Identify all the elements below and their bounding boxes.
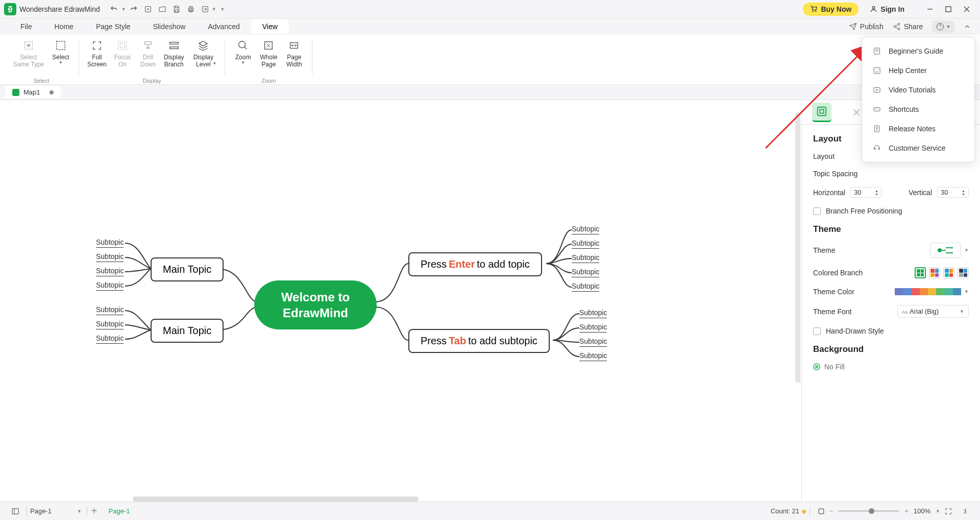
share-button[interactable]: Share — [893, 22, 923, 31]
vertical-spinner[interactable]: 30▲▼ — [937, 187, 969, 198]
fullscreen-button[interactable] — [940, 505, 957, 517]
colored-branch-opt-2[interactable] — [929, 267, 940, 278]
zoom-slider[interactable] — [838, 510, 899, 512]
publish-icon — [849, 22, 857, 31]
display-level-button[interactable]: Display Level ▼ — [187, 38, 219, 69]
horizontal-scrollbar[interactable] — [133, 497, 419, 502]
help-shortcuts[interactable]: Shortcuts — [862, 100, 974, 119]
branch-free-checkbox[interactable] — [813, 207, 821, 215]
central-topic[interactable]: Welcome toEdrawMind — [254, 280, 377, 329]
page-selector[interactable]: Page-1 ▼ — [30, 507, 87, 515]
display-branch-button[interactable]: Display Branch — [161, 38, 187, 69]
main-topic-1[interactable]: Main Topic — [151, 257, 224, 281]
outline-toggle[interactable] — [7, 505, 23, 517]
colored-branch-opt-3[interactable] — [943, 267, 954, 278]
redo-button[interactable] — [127, 3, 140, 16]
print-button[interactable] — [184, 3, 198, 16]
menu-home[interactable]: Home — [43, 19, 85, 34]
subtopic[interactable]: Subtopic — [96, 251, 124, 262]
theme-color-strip[interactable] — [895, 288, 961, 295]
zoom-button[interactable]: Zoom ▼ — [230, 38, 256, 69]
theme-preview[interactable] — [930, 243, 961, 258]
menu-page-style[interactable]: Page Style — [85, 19, 142, 34]
buy-now-button[interactable]: Buy Now — [803, 3, 859, 16]
panel-toggle[interactable] — [957, 505, 973, 517]
help-dropdown: Beginner's Guide Help Center Video Tutor… — [862, 37, 975, 162]
select-same-type-button: Select Same Type — [9, 38, 48, 69]
fit-page-button[interactable] — [813, 505, 829, 517]
user-icon — [870, 5, 877, 13]
subtopic[interactable]: Subtopic — [96, 333, 124, 344]
subtopic[interactable]: Subtopic — [572, 224, 599, 234]
colored-branch-opt-1[interactable] — [915, 267, 926, 278]
svg-point-7 — [898, 23, 900, 25]
subtopic[interactable]: Subtopic — [572, 238, 599, 249]
horizontal-spinner[interactable]: 30▲▼ — [850, 187, 882, 198]
add-page-button[interactable]: + — [87, 503, 102, 519]
guide-icon — [872, 46, 881, 56]
select-button[interactable]: Select ▼ — [48, 38, 74, 69]
collapse-ribbon-button[interactable] — [964, 23, 971, 30]
maximize-button[interactable] — [939, 2, 958, 16]
whole-page-button[interactable]: Whole Page — [256, 38, 281, 69]
help-center[interactable]: Help Center — [862, 61, 974, 80]
side-tab-layout[interactable] — [812, 103, 831, 122]
vertical-scrollbar[interactable] — [795, 112, 800, 383]
sign-in-button[interactable]: Sign In — [864, 3, 911, 16]
new-button[interactable] — [141, 3, 155, 16]
theme-font-label: Theme Font — [813, 308, 851, 316]
subtopic[interactable]: Subtopic — [572, 252, 599, 263]
menu-advanced[interactable]: Advanced — [197, 19, 251, 34]
help-button[interactable]: ▼ — [932, 20, 954, 33]
subtopic[interactable]: Subtopic — [96, 237, 124, 248]
subtopic[interactable]: Subtopic — [579, 322, 607, 333]
menu-slideshow[interactable]: Slideshow — [142, 19, 197, 34]
help-release-notes[interactable]: Release Notes — [862, 119, 974, 138]
app-logo — [4, 3, 16, 15]
page-link[interactable]: Page-1 — [109, 507, 130, 515]
doc-icon — [12, 89, 19, 96]
svg-rect-1 — [188, 8, 193, 11]
help-beginners-guide[interactable]: Beginner's Guide — [862, 41, 974, 61]
cart-icon — [810, 5, 818, 13]
zoom-label: 100% — [914, 507, 930, 515]
main-topic-2[interactable]: Main Topic — [151, 319, 224, 343]
subtopic[interactable]: Subtopic — [96, 266, 124, 276]
svg-rect-17 — [169, 42, 178, 44]
colored-branch-opt-4[interactable] — [958, 267, 969, 278]
hand-drawn-checkbox[interactable] — [813, 327, 821, 335]
page-width-button[interactable]: Page Width — [281, 38, 307, 69]
open-button[interactable] — [156, 3, 169, 16]
full-screen-button[interactable]: Full Screen — [84, 38, 110, 69]
close-button[interactable] — [958, 2, 976, 16]
section-theme-title: Theme — [813, 224, 969, 234]
press-enter-topic[interactable]: Press Enter to add topic — [408, 252, 542, 276]
help-customer-service[interactable]: Customer Service — [862, 138, 974, 158]
subtopic[interactable]: Subtopic — [579, 308, 607, 318]
subtopic[interactable]: Subtopic — [579, 336, 607, 347]
subtopic[interactable]: Subtopic — [96, 304, 124, 315]
focus-on-button: Focus On — [110, 38, 135, 69]
tab-close-icon[interactable] — [50, 90, 54, 94]
undo-button[interactable] — [107, 3, 120, 16]
subtopic[interactable]: Subtopic — [572, 267, 599, 277]
publish-button[interactable]: Publish — [849, 22, 884, 31]
minimize-button[interactable] — [921, 2, 939, 16]
subtopic[interactable]: Subtopic — [96, 280, 124, 291]
status-bar: Page-1 ▼ + Page-1 Count: 21 ◆ − + 100%▼ — [0, 502, 980, 520]
no-fill-radio[interactable] — [813, 363, 820, 370]
press-tab-topic[interactable]: Press Tab to add subtopic — [408, 329, 550, 353]
subtopic[interactable]: Subtopic — [96, 319, 124, 329]
export-button[interactable] — [199, 3, 212, 16]
menu-file[interactable]: File — [9, 19, 43, 34]
branch-free-label: Branch Free Positioning — [826, 207, 902, 215]
theme-font-dropdown[interactable]: AaArial (Big)▼ — [897, 305, 969, 318]
subtopic[interactable]: Subtopic — [572, 281, 599, 292]
video-icon — [872, 85, 881, 94]
help-video-tutorials[interactable]: Video Tutorials — [862, 80, 974, 100]
subtopic[interactable]: Subtopic — [579, 350, 607, 361]
document-tab[interactable]: Map1 — [5, 86, 61, 98]
save-button[interactable] — [170, 3, 183, 16]
canvas[interactable]: Welcome toEdrawMind Main Topic Main Topi… — [0, 100, 801, 502]
menu-view[interactable]: View — [251, 19, 289, 34]
